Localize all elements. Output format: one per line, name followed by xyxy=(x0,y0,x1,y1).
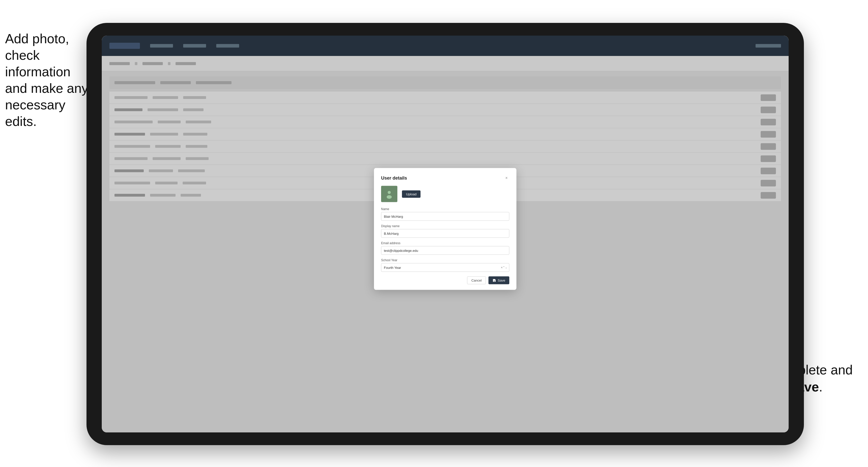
email-field-group: Email address xyxy=(381,241,509,255)
display-name-field-group: Display name xyxy=(381,224,509,238)
display-name-label: Display name xyxy=(381,224,509,228)
name-label: Name xyxy=(381,207,509,211)
upload-photo-button[interactable]: Upload xyxy=(402,190,421,198)
svg-point-3 xyxy=(388,191,391,194)
modal-close-button[interactable]: × xyxy=(504,175,509,181)
tablet-device: User details × Upload Name xyxy=(87,23,804,445)
school-year-input[interactable] xyxy=(381,263,509,272)
cancel-button[interactable]: Cancel xyxy=(467,277,486,284)
save-icon xyxy=(493,279,496,282)
select-arrow-icon: ⌃⌄ xyxy=(503,266,507,269)
modal-footer: Cancel Save xyxy=(381,277,509,284)
user-photo-icon xyxy=(384,189,394,199)
name-field-group: Name xyxy=(381,207,509,221)
email-label: Email address xyxy=(381,241,509,245)
annotation-left: Add photo, check information and make an… xyxy=(5,31,92,130)
school-year-label: School Year xyxy=(381,258,509,262)
modal-header: User details × xyxy=(381,175,509,181)
user-details-modal: User details × Upload Name xyxy=(374,168,517,290)
display-name-input[interactable] xyxy=(381,229,509,238)
user-photo-thumb xyxy=(381,186,397,202)
modal-title: User details xyxy=(381,175,407,181)
school-year-field-group: School Year × ⌃⌄ xyxy=(381,258,509,272)
annotation-right-period: . xyxy=(819,379,823,394)
svg-point-4 xyxy=(387,195,392,199)
select-clear-icon[interactable]: × xyxy=(501,266,503,269)
email-input[interactable] xyxy=(381,246,509,255)
name-input[interactable] xyxy=(381,212,509,221)
save-button[interactable]: Save xyxy=(489,277,509,284)
photo-row: Upload xyxy=(381,186,509,202)
save-label: Save xyxy=(498,279,505,282)
school-year-select-wrapper: × ⌃⌄ xyxy=(381,263,509,272)
tablet-screen: User details × Upload Name xyxy=(102,36,788,432)
